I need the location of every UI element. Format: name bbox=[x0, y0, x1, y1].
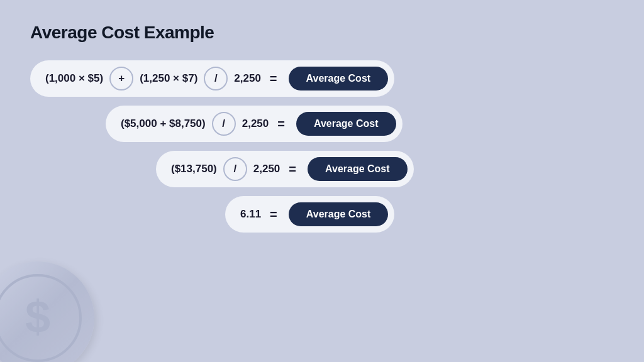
equation-row-4: 6.11 = Average Cost bbox=[225, 196, 394, 233]
eq1-part1: (1,000 × $5) bbox=[45, 72, 103, 85]
eq3-result-badge: Average Cost bbox=[308, 157, 408, 181]
eq4-value: 6.11 bbox=[240, 208, 261, 221]
coin-outer: $ bbox=[0, 261, 94, 362]
equation-row-3: ($13,750) / 2,250 = Average Cost bbox=[156, 151, 414, 187]
eq3-divide-operator: / bbox=[223, 157, 247, 181]
eq1-divide-operator: / bbox=[204, 67, 228, 90]
eq2-equals: = bbox=[277, 117, 285, 131]
coin-illustration: $ bbox=[0, 249, 107, 362]
eq1-result-badge: Average Cost bbox=[289, 67, 389, 90]
eq1-plus-operator: + bbox=[109, 67, 133, 90]
page-title: Average Cost Example bbox=[30, 23, 614, 43]
equation-row-1: (1,000 × $5) + (1,250 × $7) / 2,250 = Av… bbox=[30, 60, 394, 97]
eq4-equals: = bbox=[270, 207, 277, 222]
eq4-result-badge: Average Cost bbox=[289, 202, 389, 226]
coin-symbol: $ bbox=[25, 294, 50, 339]
equations-container: (1,000 × $5) + (1,250 × $7) / 2,250 = Av… bbox=[30, 60, 614, 233]
eq2-part1: ($5,000 + $8,750) bbox=[121, 118, 206, 130]
eq1-equals: = bbox=[270, 72, 277, 86]
equation-row-2: ($5,000 + $8,750) / 2,250 = Average Cost bbox=[106, 106, 402, 142]
eq2-divide-operator: / bbox=[212, 112, 236, 136]
coin-inner: $ bbox=[0, 274, 82, 362]
eq3-part1: ($13,750) bbox=[171, 163, 217, 175]
page-container: $ Average Cost Example (1,000 × $5) + (1… bbox=[0, 0, 644, 362]
eq3-divisor: 2,250 bbox=[253, 163, 280, 175]
eq2-result-badge: Average Cost bbox=[296, 112, 396, 136]
eq1-part2: (1,250 × $7) bbox=[140, 72, 197, 85]
eq2-divisor: 2,250 bbox=[242, 118, 269, 130]
eq3-equals: = bbox=[289, 162, 296, 177]
eq1-divisor: 2,250 bbox=[234, 72, 261, 85]
